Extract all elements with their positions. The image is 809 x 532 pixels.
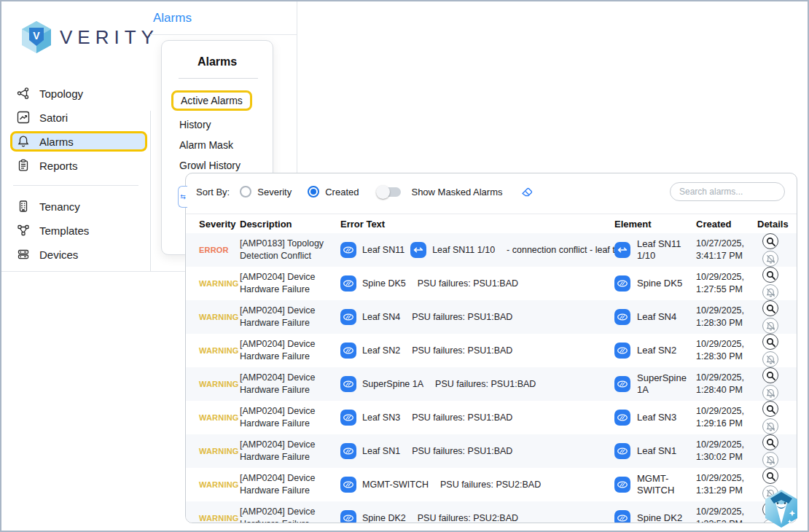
sort-severity-radio[interactable] xyxy=(240,186,251,197)
sidebar-item-label: Templates xyxy=(39,224,89,237)
mask-alarm-button[interactable] xyxy=(762,385,778,401)
mask-alarm-button[interactable] xyxy=(762,284,778,300)
mask-alarm-button[interactable] xyxy=(762,251,778,267)
sort-created-radio[interactable] xyxy=(308,186,319,197)
element-cell: Leaf SN2 xyxy=(614,343,696,359)
menu-item-history[interactable]: History xyxy=(179,114,273,135)
mask-alarm-button[interactable] xyxy=(762,351,778,367)
details-cell xyxy=(757,267,783,300)
show-masked-label: Show Masked Alarms xyxy=(411,187,502,197)
mask-alarm-button[interactable] xyxy=(762,318,778,334)
page-header: Alarms xyxy=(150,1,297,35)
table-row: WARNING[AMP0204] Device Hardware Failure… xyxy=(186,434,797,468)
element-cell: Leaf SN1 xyxy=(614,443,696,459)
element-cell: Leaf SN3 xyxy=(614,410,696,426)
alarm-details-button[interactable] xyxy=(762,434,778,450)
sidebar-item-reports[interactable]: Reports xyxy=(10,155,147,176)
switch-icon xyxy=(614,376,630,392)
popup-title: Alarms xyxy=(162,55,273,69)
created-cell: 10/29/2025,1:33:52 PM xyxy=(696,506,757,524)
clear-filters-button[interactable] xyxy=(521,186,534,197)
mask-alarm-button[interactable] xyxy=(762,452,778,468)
created-cell: 10/29/2025,1:28:30 PM xyxy=(696,338,757,364)
popup-divider xyxy=(179,78,258,79)
menu-item-alarm-mask[interactable]: Alarm Mask xyxy=(179,135,273,155)
sidebar-item-label: Satori xyxy=(39,112,68,124)
error-message: PSU failures: PSU2:BAD xyxy=(418,513,518,523)
mask-alarm-button[interactable] xyxy=(762,418,778,434)
alarm-details-button[interactable] xyxy=(762,334,778,350)
menu-item-active-alarms[interactable]: Active Alarms xyxy=(171,90,252,111)
col-severity: Severity xyxy=(199,219,234,230)
sidebar-item-templates[interactable]: Templates xyxy=(10,220,147,240)
alarm-description: [AMP0204] Device Hardware Failure xyxy=(240,372,332,396)
alarm-details-button[interactable] xyxy=(762,401,778,417)
severity-badge: WARNING xyxy=(199,514,234,523)
show-masked-toggle[interactable] xyxy=(378,187,401,197)
port-icon xyxy=(410,242,426,258)
error-message: PSU failures: PSU1:BAD xyxy=(412,345,512,356)
details-cell xyxy=(757,367,783,401)
alarm-description: [AMP0204] Device Hardware Failure xyxy=(240,472,332,497)
element-name: Leaf SN11 1/10 xyxy=(432,245,495,255)
assistant-wizard-button[interactable] xyxy=(762,488,800,529)
alarm-details-button[interactable] xyxy=(762,267,778,283)
table-row: WARNING[AMP0204] Device Hardware Failure… xyxy=(186,501,797,523)
alarm-details-button[interactable] xyxy=(762,300,778,316)
element-name: Spine DK5 xyxy=(637,278,682,289)
switch-icon xyxy=(340,376,356,392)
col-description: Description xyxy=(240,219,332,230)
search-input[interactable] xyxy=(670,182,785,201)
element-cell: Spine DK5 xyxy=(614,275,696,292)
switch-icon xyxy=(340,410,356,426)
error-message: PSU failures: PSU1:BAD xyxy=(412,446,512,456)
alarm-details-button[interactable] xyxy=(762,367,778,383)
col-error-text: Error Text xyxy=(340,219,614,230)
alarm-details-button[interactable] xyxy=(762,468,778,484)
details-cell xyxy=(757,300,783,334)
alarm-description: [AMP0204] Device Hardware Failure xyxy=(240,338,332,363)
collapse-panel-button[interactable]: ⇆ xyxy=(178,186,187,208)
table-row: WARNING[AMP0204] Device Hardware Failure… xyxy=(186,300,797,334)
switch-icon xyxy=(340,242,356,258)
error-text-cell: SuperSpine 1APSU failures: PSU1:BAD xyxy=(340,376,614,392)
switch-icon xyxy=(340,510,356,523)
error-message: PSU failures: PSU1:BAD xyxy=(435,379,536,389)
sidebar-divider xyxy=(13,185,138,186)
sidebar-item-alarms[interactable]: Alarms xyxy=(10,131,147,152)
error-text-cell: Leaf SN2PSU failures: PSU1:BAD xyxy=(340,343,614,359)
element-name: Leaf SN4 xyxy=(362,312,400,322)
sidebar-item-label: Topology xyxy=(39,87,83,100)
severity-badge: WARNING xyxy=(199,346,234,355)
table-row: WARNING[AMP0204] Device Hardware Failure… xyxy=(186,267,797,300)
active-alarms-panel: ⇆ Sort By: Severity Created Show Masked … xyxy=(185,173,797,523)
element-cell: SuperSpine 1A xyxy=(614,372,696,396)
alarm-details-button[interactable] xyxy=(762,233,778,249)
severity-badge: WARNING xyxy=(199,447,234,455)
element-name: Spine DK2 xyxy=(362,513,406,523)
element-name: Spine DK5 xyxy=(362,278,406,289)
switch-icon xyxy=(614,343,630,359)
sidebar-item-devices[interactable]: Devices xyxy=(10,244,147,265)
severity-badge: WARNING xyxy=(199,313,234,321)
element-name: MGMT-SWITCH xyxy=(362,480,429,490)
wizard-icon xyxy=(762,488,800,529)
element-cell: Spine DK2 xyxy=(614,510,696,523)
element-name: Leaf SN1 xyxy=(637,445,676,457)
element-name: Leaf SN4 xyxy=(637,311,676,323)
table-row: WARNING[AMP0204] Device Hardware Failure… xyxy=(186,401,797,434)
sidebar-item-satori[interactable]: Satori xyxy=(10,107,147,128)
svg-text:V: V xyxy=(33,30,40,42)
created-cell: 10/29/2025,1:29:16 PM xyxy=(696,405,757,431)
tenancy-icon xyxy=(17,200,30,213)
report-icon xyxy=(17,159,30,172)
sidebar-item-topology[interactable]: Topology xyxy=(10,83,147,103)
switch-icon xyxy=(614,275,630,292)
element-name: Leaf SN3 xyxy=(362,412,400,423)
created-cell: 10/29/2025,1:28:40 PM xyxy=(696,372,757,397)
error-text-cell: Leaf SN1PSU failures: PSU1:BAD xyxy=(340,443,614,459)
col-details: Details xyxy=(757,219,783,230)
sidebar-item-tenancy[interactable]: Tenancy xyxy=(10,196,147,216)
switch-icon xyxy=(614,477,630,493)
alarm-description: [AMP0204] Device Hardware Failure xyxy=(240,305,332,329)
